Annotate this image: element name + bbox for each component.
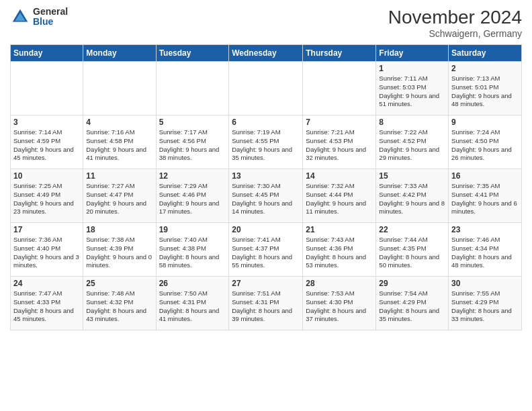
calendar-week-0: 1Sunrise: 7:11 AM Sunset: 5:03 PM Daylig… [11, 62, 522, 116]
weekday-sunday: Sunday [11, 45, 83, 62]
day-info: Sunrise: 7:44 AM Sunset: 4:35 PM Dayligh… [379, 236, 445, 270]
day-info: Sunrise: 7:27 AM Sunset: 4:47 PM Dayligh… [86, 182, 152, 216]
day-number: 4 [86, 118, 152, 127]
day-number: 25 [86, 279, 152, 288]
day-info: Sunrise: 7:33 AM Sunset: 4:42 PM Dayligh… [379, 182, 445, 216]
logo-general: General [33, 7, 68, 17]
day-info: Sunrise: 7:50 AM Sunset: 4:31 PM Dayligh… [159, 289, 226, 324]
day-info: Sunrise: 7:14 AM Sunset: 4:59 PM Dayligh… [13, 128, 80, 163]
calendar-cell: 7Sunrise: 7:21 AM Sunset: 4:53 PM Daylig… [303, 116, 376, 169]
calendar-cell [11, 62, 83, 116]
calendar-cell: 1Sunrise: 7:11 AM Sunset: 5:03 PM Daylig… [376, 62, 449, 116]
calendar-cell: 6Sunrise: 7:19 AM Sunset: 4:55 PM Daylig… [229, 116, 303, 169]
calendar-cell: 9Sunrise: 7:24 AM Sunset: 4:50 PM Daylig… [449, 116, 522, 169]
weekday-saturday: Saturday [449, 45, 522, 62]
weekday-tuesday: Tuesday [156, 45, 229, 62]
calendar-cell: 11Sunrise: 7:27 AM Sunset: 4:47 PM Dayli… [83, 169, 156, 223]
calendar-cell: 5Sunrise: 7:17 AM Sunset: 4:56 PM Daylig… [156, 116, 229, 169]
day-info: Sunrise: 7:22 AM Sunset: 4:52 PM Dayligh… [379, 128, 445, 163]
calendar-cell: 28Sunrise: 7:53 AM Sunset: 4:30 PM Dayli… [303, 277, 376, 330]
weekday-wednesday: Wednesday [229, 45, 303, 62]
calendar-cell: 14Sunrise: 7:32 AM Sunset: 4:44 PM Dayli… [303, 169, 376, 223]
day-number: 27 [232, 279, 300, 288]
day-number: 15 [379, 171, 445, 181]
day-number: 16 [451, 171, 519, 181]
calendar-cell [303, 62, 376, 116]
day-number: 22 [379, 225, 445, 234]
day-info: Sunrise: 7:21 AM Sunset: 4:53 PM Dayligh… [306, 128, 373, 163]
day-number: 23 [451, 225, 519, 234]
day-info: Sunrise: 7:24 AM Sunset: 4:50 PM Dayligh… [451, 128, 519, 163]
day-number: 10 [13, 171, 80, 181]
calendar-week-1: 3Sunrise: 7:14 AM Sunset: 4:59 PM Daylig… [11, 116, 522, 169]
calendar-week-3: 17Sunrise: 7:36 AM Sunset: 4:40 PM Dayli… [11, 223, 522, 277]
day-number: 2 [451, 64, 519, 73]
calendar-cell [156, 62, 229, 116]
day-number: 14 [306, 171, 373, 181]
calendar: Sunday Monday Tuesday Wednesday Thursday… [10, 44, 522, 330]
calendar-week-4: 24Sunrise: 7:47 AM Sunset: 4:33 PM Dayli… [11, 277, 522, 330]
month-title: November 2024 [388, 7, 522, 28]
calendar-header: Sunday Monday Tuesday Wednesday Thursday… [11, 45, 522, 62]
calendar-cell: 13Sunrise: 7:30 AM Sunset: 4:45 PM Dayli… [229, 169, 303, 223]
day-info: Sunrise: 7:16 AM Sunset: 4:58 PM Dayligh… [86, 128, 152, 163]
day-info: Sunrise: 7:51 AM Sunset: 4:31 PM Dayligh… [232, 289, 300, 324]
day-number: 19 [159, 225, 226, 234]
calendar-cell: 20Sunrise: 7:41 AM Sunset: 4:37 PM Dayli… [229, 223, 303, 277]
day-info: Sunrise: 7:46 AM Sunset: 4:34 PM Dayligh… [451, 236, 519, 270]
calendar-cell: 4Sunrise: 7:16 AM Sunset: 4:58 PM Daylig… [83, 116, 156, 169]
calendar-cell: 22Sunrise: 7:44 AM Sunset: 4:35 PM Dayli… [376, 223, 449, 277]
day-number: 3 [13, 118, 80, 127]
calendar-body: 1Sunrise: 7:11 AM Sunset: 5:03 PM Daylig… [11, 62, 522, 330]
day-info: Sunrise: 7:36 AM Sunset: 4:40 PM Dayligh… [13, 236, 80, 270]
day-info: Sunrise: 7:48 AM Sunset: 4:32 PM Dayligh… [86, 289, 152, 324]
day-number: 29 [379, 279, 445, 288]
logo: General Blue [10, 7, 68, 28]
day-info: Sunrise: 7:17 AM Sunset: 4:56 PM Dayligh… [159, 128, 226, 163]
day-info: Sunrise: 7:29 AM Sunset: 4:46 PM Dayligh… [159, 182, 226, 216]
calendar-week-2: 10Sunrise: 7:25 AM Sunset: 4:49 PM Dayli… [11, 169, 522, 223]
day-number: 11 [86, 171, 152, 181]
weekday-thursday: Thursday [303, 45, 376, 62]
day-number: 28 [306, 279, 373, 288]
calendar-cell [83, 62, 156, 116]
calendar-cell: 24Sunrise: 7:47 AM Sunset: 4:33 PM Dayli… [11, 277, 83, 330]
day-number: 7 [306, 118, 373, 127]
calendar-cell: 2Sunrise: 7:13 AM Sunset: 5:01 PM Daylig… [449, 62, 522, 116]
logo-text: General Blue [33, 7, 68, 28]
calendar-cell: 19Sunrise: 7:40 AM Sunset: 4:38 PM Dayli… [156, 223, 229, 277]
calendar-cell: 12Sunrise: 7:29 AM Sunset: 4:46 PM Dayli… [156, 169, 229, 223]
day-info: Sunrise: 7:41 AM Sunset: 4:37 PM Dayligh… [232, 236, 300, 270]
calendar-cell: 18Sunrise: 7:38 AM Sunset: 4:39 PM Dayli… [83, 223, 156, 277]
calendar-cell: 26Sunrise: 7:50 AM Sunset: 4:31 PM Dayli… [156, 277, 229, 330]
day-info: Sunrise: 7:40 AM Sunset: 4:38 PM Dayligh… [159, 236, 226, 270]
day-number: 17 [13, 225, 80, 234]
day-number: 26 [159, 279, 226, 288]
weekday-row: Sunday Monday Tuesday Wednesday Thursday… [11, 45, 522, 62]
day-number: 12 [159, 171, 226, 181]
day-info: Sunrise: 7:47 AM Sunset: 4:33 PM Dayligh… [13, 289, 80, 324]
calendar-cell: 29Sunrise: 7:54 AM Sunset: 4:29 PM Dayli… [376, 277, 449, 330]
calendar-cell: 16Sunrise: 7:35 AM Sunset: 4:41 PM Dayli… [449, 169, 522, 223]
calendar-cell: 10Sunrise: 7:25 AM Sunset: 4:49 PM Dayli… [11, 169, 83, 223]
day-number: 21 [306, 225, 373, 234]
day-number: 9 [451, 118, 519, 127]
day-number: 13 [232, 171, 300, 181]
weekday-friday: Friday [376, 45, 449, 62]
calendar-cell [229, 62, 303, 116]
calendar-cell: 21Sunrise: 7:43 AM Sunset: 4:36 PM Dayli… [303, 223, 376, 277]
day-info: Sunrise: 7:55 AM Sunset: 4:29 PM Dayligh… [451, 289, 519, 324]
day-number: 8 [379, 118, 445, 127]
day-info: Sunrise: 7:54 AM Sunset: 4:29 PM Dayligh… [379, 289, 445, 324]
day-number: 5 [159, 118, 226, 127]
day-number: 30 [451, 279, 519, 288]
calendar-cell: 23Sunrise: 7:46 AM Sunset: 4:34 PM Dayli… [449, 223, 522, 277]
day-info: Sunrise: 7:32 AM Sunset: 4:44 PM Dayligh… [306, 182, 373, 216]
day-number: 6 [232, 118, 300, 127]
page-container: General Blue November 2024 Schwaigern, G… [0, 0, 532, 411]
day-number: 20 [232, 225, 300, 234]
calendar-cell: 15Sunrise: 7:33 AM Sunset: 4:42 PM Dayli… [376, 169, 449, 223]
calendar-cell: 17Sunrise: 7:36 AM Sunset: 4:40 PM Dayli… [11, 223, 83, 277]
day-info: Sunrise: 7:43 AM Sunset: 4:36 PM Dayligh… [306, 236, 373, 270]
calendar-cell: 3Sunrise: 7:14 AM Sunset: 4:59 PM Daylig… [11, 116, 83, 169]
